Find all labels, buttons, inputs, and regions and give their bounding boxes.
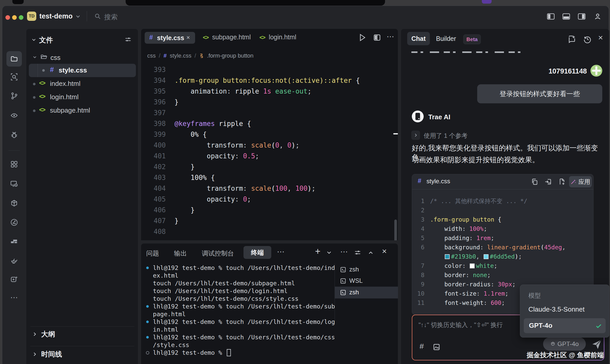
toggle-left-panel-icon[interactable] [547, 13, 555, 20]
editor-code[interactable]: 393394.form-group button:focus:not(:acti… [141, 64, 393, 237]
breadcrumb-symbol[interactable]: .form-group button [207, 52, 254, 59]
section-divider [30, 346, 134, 346]
minimize-window-button[interactable] [12, 15, 17, 20]
code-line: 395 animation: ripple 1s ease-out; [141, 86, 393, 97]
chat-input-placeholder[interactable]: "↑↓" 切换历史输入，"⇧⏎" 换行 [419, 321, 503, 329]
section-divider [30, 326, 134, 327]
more-actions-icon[interactable]: ⋯ [10, 293, 19, 302]
tab-builder[interactable]: Builder [436, 35, 456, 42]
modified-dot [33, 110, 36, 112]
terminal-more-icon[interactable]: ⋯ [340, 247, 348, 256]
reference-toggle[interactable] [411, 131, 420, 140]
code-line: 403 100% { [141, 172, 393, 183]
tab-terminal[interactable]: 终端 [243, 246, 271, 259]
modified-dot [33, 96, 36, 99]
maximize-panel-icon[interactable] [369, 251, 373, 254]
terminal-filter-icon[interactable] [354, 249, 361, 256]
search-scan-icon[interactable] [10, 73, 18, 81]
tab-problems[interactable]: 问题 [146, 249, 159, 258]
close-chat-icon[interactable]: × [598, 33, 603, 42]
breadcrumb-file[interactable]: style.css [170, 52, 191, 59]
tree-file-index-html[interactable]: <> index.html [26, 78, 138, 90]
terminal-line: lhl@192 test-demo % touch /Users/lhl/tes… [145, 303, 330, 310]
terminal-session-zsh-2[interactable]: zsh [335, 287, 398, 298]
tab-chat[interactable]: Chat [407, 32, 430, 45]
run-play-icon[interactable] [359, 33, 366, 42]
timeline-section[interactable]: 时间线 [26, 348, 138, 363]
model-option-claude[interactable]: Claude-3.5-Sonnet [528, 305, 585, 313]
share-network-icon[interactable] [10, 219, 18, 226]
terminal-profile-chevron-icon[interactable] [327, 251, 331, 254]
chevron-down-icon[interactable] [76, 15, 80, 18]
terminal-session-wsl[interactable]: WSL [335, 275, 398, 287]
close-tab-icon[interactable]: × [186, 34, 190, 41]
source-control-icon[interactable] [10, 92, 18, 100]
account-icon[interactable] [594, 13, 602, 20]
preview-eye-icon[interactable] [10, 112, 18, 119]
files-icon[interactable] [10, 55, 18, 63]
extensions-grid-icon[interactable] [10, 160, 18, 168]
global-search-input[interactable]: 搜索 [104, 13, 118, 22]
command-dot [146, 321, 149, 323]
editor-more-icon[interactable]: ⋯ [387, 32, 395, 41]
tab-subpage-html[interactable]: <> subpage.html [203, 33, 251, 42]
terminal-output[interactable]: lhl@192 test-demo % touch /Users/lhl/tes… [145, 264, 330, 357]
template-sparkle-icon[interactable] [10, 276, 18, 283]
tab-login-html[interactable]: <> login.html [259, 33, 296, 42]
context-hash-icon[interactable]: # [420, 342, 424, 351]
model-option-gpt4o[interactable]: GPT-4o [524, 318, 606, 333]
close-window-button[interactable] [5, 15, 10, 20]
magic-lamp-icon[interactable] [10, 257, 18, 264]
terminal-session-zsh-1[interactable]: zsh [335, 264, 398, 275]
close-panel-icon[interactable]: × [382, 247, 387, 256]
breadcrumb-css[interactable]: css [147, 52, 156, 59]
project-name[interactable]: test-demo [39, 12, 73, 20]
tab-debug-console[interactable]: 调试控制台 [202, 249, 234, 258]
new-terminal-icon[interactable]: + [315, 246, 320, 257]
panel-tabs-more-icon[interactable]: ⋯ [277, 247, 285, 256]
tab-output[interactable]: 输出 [174, 249, 187, 258]
app-window: TD test-demo 搜索 ⋯ [2, 6, 609, 364]
assistant-avatar [412, 111, 424, 122]
remote-explorer-icon[interactable] [10, 180, 18, 188]
titlebar-divider [87, 11, 87, 21]
copy-icon[interactable] [531, 178, 538, 185]
scrollbar-thumb[interactable] [394, 220, 397, 241]
apply-button[interactable]: 应用 [569, 176, 592, 187]
send-icon[interactable] [591, 339, 602, 350]
history-icon[interactable] [583, 35, 591, 43]
split-editor-icon[interactable] [373, 34, 381, 41]
model-pill-label: GPT-4o [557, 340, 579, 348]
code-card-filename: style.css [426, 178, 450, 185]
code-line: 2 [414, 206, 592, 215]
breadcrumb[interactable]: css / # style.css / .form-group button [147, 52, 254, 59]
chevron-down-icon[interactable] [32, 39, 36, 41]
code-line: 1/* ... 其他样式保持不变 ... */ [414, 196, 592, 206]
reference-note[interactable]: 使用了 1 个参考 [424, 132, 468, 140]
attach-image-icon[interactable] [433, 343, 440, 351]
toggle-bottom-panel-icon[interactable] [562, 13, 570, 20]
insert-code-icon[interactable] [544, 178, 552, 185]
timeline-label: 时间线 [41, 350, 62, 359]
filter-sliders-icon[interactable] [125, 36, 132, 43]
new-file-icon[interactable] [558, 178, 565, 185]
debug-bug-icon[interactable] [10, 131, 18, 139]
toggle-right-panel-icon[interactable] [578, 13, 586, 20]
tab-label: 终端 [251, 248, 264, 257]
tree-folder-css[interactable]: css [26, 52, 138, 63]
milestone-blocks-icon[interactable] [10, 238, 18, 245]
marketplace-cube-icon[interactable] [10, 199, 18, 207]
code-line: 400 transform: scale(0, 0); [141, 140, 393, 151]
tree-file-style-css[interactable]: # style.css [29, 64, 136, 77]
tree-file-login-html[interactable]: <> login.html [26, 92, 138, 104]
chat-panel: Chat Builder Beta × 1079161148 登录按钮的样式要好… [401, 29, 609, 364]
outline-section[interactable]: 大纲 [26, 327, 138, 343]
model-pill[interactable]: GPT-4o [543, 337, 586, 351]
tree-file-subpage-html[interactable]: <> subpage.html [26, 105, 138, 117]
maximize-window-button[interactable] [19, 15, 23, 20]
tab-style-css[interactable]: # style.css × [145, 32, 195, 44]
user-avatar [590, 65, 602, 77]
assistant-reply-line2: 动画效果和阴影来提升按钮的视觉效果。 [412, 155, 604, 165]
project-badge[interactable]: TD [27, 12, 36, 21]
new-chat-icon[interactable] [568, 35, 576, 43]
